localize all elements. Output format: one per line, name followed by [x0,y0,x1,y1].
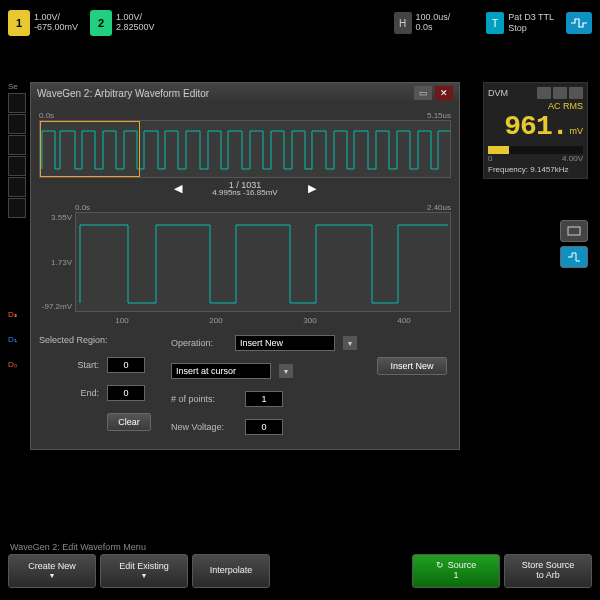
ch1-offset: -675.00mV [34,23,78,33]
minimize-button[interactable]: ▭ [414,86,432,100]
interpolate-button[interactable]: Interpolate [192,554,270,588]
source-value: 1 [453,571,458,581]
insert-new-button[interactable]: Insert New [377,357,447,375]
end-input[interactable]: 0 [107,385,145,401]
edit-existing-button[interactable]: Edit Existing ▾ [100,554,188,588]
d3-label: D₃ [8,310,17,319]
trigger-badge[interactable]: T [486,12,504,34]
waveform-overview[interactable] [39,120,451,178]
overview-tstart: 0.0s [39,111,54,120]
detail-tstart: 0.0s [75,203,90,212]
leftstrip-seg[interactable] [8,156,26,176]
leftstrip-seg[interactable] [8,177,26,197]
d1-label: D₁ [8,335,17,344]
chevron-down-icon: ▾ [50,572,54,581]
dvm-icon-2[interactable] [553,87,567,99]
dvm-title: DVM [488,88,508,98]
start-label: Start: [39,360,99,370]
region-label: Selected Region: [39,335,129,345]
x-tick: 400 [397,316,410,325]
source-button[interactable]: ↻Source 1 [412,554,500,588]
operation-select[interactable]: Insert New [235,335,335,351]
waveform-icon[interactable] [566,12,592,34]
dvm-scale-max: 4.00V [562,154,583,163]
insert-at-select[interactable]: Insert at cursor [171,363,271,379]
waveform-nav: ◀ 1 / 1031 4.995ns -16.85mV ▶ [39,180,451,197]
operation-label: Operation: [171,338,227,348]
overview-selection[interactable] [40,121,140,177]
dvm-reading: 961. [504,111,567,142]
h-offset: 0.0s [416,23,451,33]
newv-label: New Voltage: [171,422,237,432]
trigger-line1: Pat D3 TTL [508,12,554,23]
y-mid: 1.73V [38,258,72,267]
npoints-label: # of points: [171,394,237,404]
leftstrip-seg[interactable] [8,198,26,218]
leftstrip-seg[interactable] [8,135,26,155]
dvm-icon-3[interactable] [569,87,583,99]
source-label: Source [448,561,477,571]
dvm-icon-1[interactable] [537,87,551,99]
channel-1-badge[interactable]: 1 [8,10,30,36]
detail-tend: 2.40us [427,203,451,212]
operation-dropdown-icon[interactable]: ▼ [343,336,357,350]
bottom-bar: WaveGen 2: Edit Waveform Menu Create New… [8,542,592,588]
start-input[interactable]: 0 [107,357,145,373]
digital-channel-labels: D₃ D₁ D₀ [8,310,17,369]
interpolate-label: Interpolate [210,566,253,576]
dvm-freq-value: 9.1457kHz [530,165,568,174]
channel-1-info: 1.00V/ -675.00mV [34,13,78,33]
svg-rect-0 [568,227,580,235]
top-channel-bar: 1 1.00V/ -675.00mV 2 1.00V/ 2.82500V H 1… [8,8,592,38]
dvm-bargraph [488,146,583,154]
store-source-button[interactable]: Store Source to Arb [504,554,592,588]
nav-next-button[interactable]: ▶ [308,182,316,195]
side-tool-1[interactable] [560,220,588,242]
store-source-label-2: to Arb [536,571,560,581]
left-sidebar-strip: Se [8,82,26,219]
end-label: End: [39,388,99,398]
waveform-detail[interactable]: 3.55V 1.73V -97.2mV [75,212,451,312]
side-tool-2[interactable] [560,246,588,268]
dvm-scale-min: 0 [488,154,492,163]
dvm-panel: DVM AC RMS 961. mV 0 4.00V Frequency: 9.… [483,82,588,179]
close-button[interactable]: ✕ [435,86,453,100]
x-tick: 100 [115,316,128,325]
insert-at-dropdown-icon[interactable]: ▼ [279,364,293,378]
trigger-line2: Stop [508,23,554,34]
npoints-input[interactable]: 1 [245,391,283,407]
leftstrip-seg[interactable] [8,114,26,134]
waveform-editor-dialog: WaveGen 2: Arbitrary Waveform Editor ▭ ✕… [30,82,460,450]
y-top: 3.55V [38,213,72,222]
bottom-menu-label: WaveGen 2: Edit Waveform Menu [8,542,592,552]
horizontal-badge[interactable]: H [394,12,412,34]
side-toolbar [560,220,588,268]
nav-center: 4.995ns -16.85mV [212,188,277,197]
dialog-titlebar[interactable]: WaveGen 2: Arbitrary Waveform Editor ▭ ✕ [31,83,459,103]
dialog-title: WaveGen 2: Arbitrary Waveform Editor [37,88,209,99]
ch2-offset: 2.82500V [116,23,155,33]
horizontal-info: 100.0us/ 0.0s [416,13,451,33]
overview-tend: 5.15us [427,111,451,120]
channel-2-info: 1.00V/ 2.82500V [116,13,155,33]
insert-at-value: Insert at cursor [176,366,236,376]
leftstrip-seg[interactable] [8,93,26,113]
y-bot: -97.2mV [38,302,72,311]
trigger-info: Pat D3 TTL Stop [508,12,554,34]
channel-2-badge[interactable]: 2 [90,10,112,36]
chevron-down-icon: ▾ [142,572,146,581]
dvm-unit: mV [570,126,584,136]
x-tick: 300 [303,316,316,325]
detail-xaxis: 100 200 300 400 [75,316,451,325]
clear-button[interactable]: Clear [107,413,151,431]
newv-input[interactable]: 0 [245,419,283,435]
refresh-icon: ↻ [436,561,444,571]
create-new-button[interactable]: Create New ▾ [8,554,96,588]
dvm-mode: AC RMS [488,101,583,111]
d0-label: D₀ [8,360,17,369]
operation-value: Insert New [240,338,283,348]
dvm-freq-label: Frequency: [488,165,528,174]
nav-prev-button[interactable]: ◀ [174,182,182,195]
leftstrip-label: Se [8,82,26,91]
x-tick: 200 [209,316,222,325]
